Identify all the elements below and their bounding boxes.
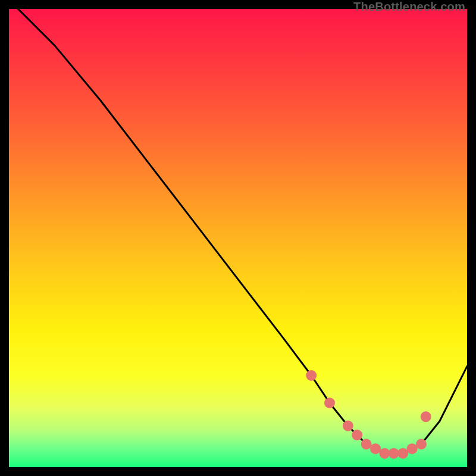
data-point — [397, 448, 408, 459]
data-point — [324, 397, 335, 408]
data-point — [389, 448, 399, 459]
data-point — [407, 443, 418, 454]
data-point — [416, 439, 427, 450]
data-point — [361, 439, 372, 450]
data-point — [352, 430, 362, 440]
data-point — [306, 370, 317, 381]
data-point — [370, 443, 381, 454]
data-point — [421, 411, 431, 422]
curve-overlay — [9, 9, 467, 467]
chart-frame: TheBottleneck.com — [0, 0, 476, 476]
data-point — [379, 448, 390, 459]
data-point — [343, 421, 353, 431]
bottleneck-curve — [9, 0, 467, 453]
